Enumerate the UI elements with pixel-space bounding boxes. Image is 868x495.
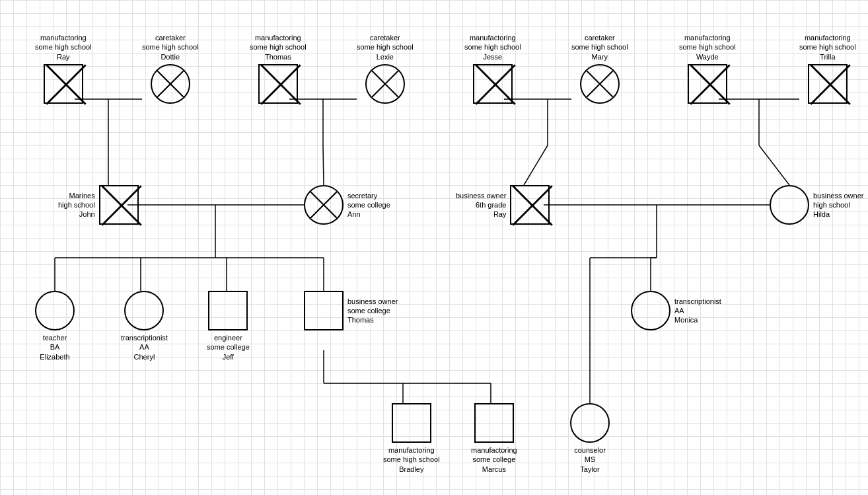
node-lexie: caretakersome high schoolLexie (357, 33, 414, 104)
label-dottie: caretakersome high schoolDottie (142, 33, 199, 61)
node-taylor: counselorMSTaylor (570, 403, 610, 474)
shape-wayde (688, 64, 727, 104)
label-lexie: caretakersome high schoolLexie (357, 33, 414, 61)
shape-trilla (808, 64, 848, 104)
label-marcus: manufactoringsome collegeMarcus (471, 445, 517, 474)
node-john: Marineshigh schoolJohn (58, 185, 139, 225)
shape-dottie (151, 64, 190, 104)
label-thomas-mid: business ownersome collegeThomas (347, 297, 398, 325)
shape-ray-mid (510, 185, 550, 225)
shape-thomas-top (258, 64, 298, 104)
shape-ann (304, 185, 344, 225)
shape-thomas-mid (304, 291, 344, 330)
node-dottie: caretakersome high schoolDottie (142, 33, 199, 104)
shape-monica (631, 291, 670, 330)
node-marcus: manufactoringsome collegeMarcus (471, 403, 517, 474)
shape-mary (580, 64, 620, 104)
shape-jesse (473, 64, 513, 104)
label-ray-mid: business owner6th gradeRay (456, 191, 506, 219)
node-bradley: manufactoringsome high schoolBradley (383, 403, 440, 474)
shape-ray-top (44, 64, 83, 104)
label-wayde: manufactoringsome high schoolWayde (679, 33, 736, 61)
svg-line-11 (759, 145, 789, 185)
label-ray-top: manufactoringsome high schoolRay (35, 33, 92, 61)
node-ray-top: manufactoringsome high schoolRay (35, 33, 92, 104)
node-thomas-mid: business ownersome collegeThomas (304, 291, 398, 330)
svg-line-9 (524, 145, 548, 185)
shape-cheryl (124, 291, 164, 330)
shape-john (99, 185, 139, 225)
family-tree-canvas: manufactoringsome high schoolRay caretak… (0, 0, 868, 495)
shape-bradley (392, 403, 431, 443)
node-elizabeth: teacherBAElizabeth (35, 291, 75, 362)
node-cheryl: transcriptionistAACheryl (121, 291, 168, 362)
label-ann: secretarysome collegeAnn (347, 191, 390, 219)
node-ann: secretarysome collegeAnn (304, 185, 390, 225)
node-jesse: manufactoringsome high schoolJesse (464, 33, 521, 104)
label-jesse: manufactoringsome high schoolJesse (464, 33, 521, 61)
label-cheryl: transcriptionistAACheryl (121, 333, 168, 362)
label-monica: transcriptionistAAMonica (674, 297, 721, 325)
node-hilda: business ownerhigh schoolHilda (770, 185, 863, 225)
node-monica: transcriptionistAAMonica (631, 291, 721, 330)
node-wayde: manufactoringsome high schoolWayde (679, 33, 736, 104)
shape-lexie (365, 64, 405, 104)
label-mary: caretakersome high schoolMary (571, 33, 628, 61)
label-bradley: manufactoringsome high schoolBradley (383, 445, 440, 474)
label-jeff: engineersome collegeJeff (207, 333, 250, 362)
svg-line-7 (323, 145, 324, 185)
label-thomas-top: manufactoringsome high schoolThomas (250, 33, 307, 61)
shape-marcus (474, 403, 514, 443)
label-elizabeth: teacherBAElizabeth (40, 333, 69, 362)
label-taylor: counselorMSTaylor (574, 445, 606, 474)
node-mary: caretakersome high schoolMary (571, 33, 628, 104)
shape-elizabeth (35, 291, 75, 330)
label-trilla: manufactoringsome high schoolTrilla (799, 33, 856, 61)
shape-hilda (770, 185, 809, 225)
node-trilla: manufactoringsome high schoolTrilla (799, 33, 856, 104)
label-john: Marineshigh schoolJohn (58, 191, 95, 219)
shape-taylor (570, 403, 610, 443)
node-ray-mid: business owner6th gradeRay (456, 185, 550, 225)
node-thomas-top: manufactoringsome high schoolThomas (250, 33, 307, 104)
node-jeff: engineersome collegeJeff (207, 291, 250, 362)
shape-jeff (208, 291, 248, 330)
label-hilda: business ownerhigh schoolHilda (813, 191, 863, 219)
